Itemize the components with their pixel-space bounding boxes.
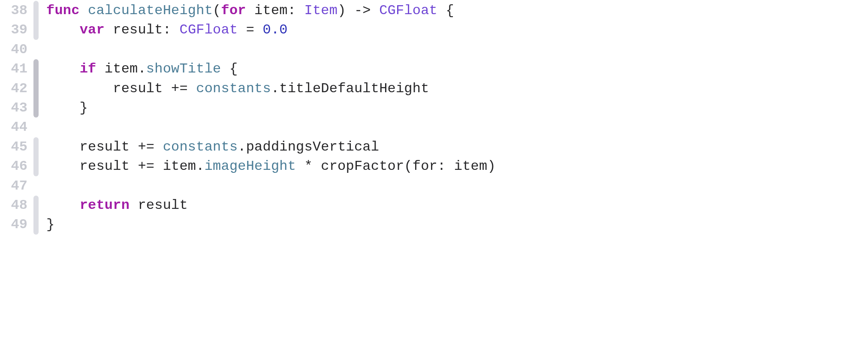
line-number: 45 xyxy=(0,137,33,157)
gutter-change-bar xyxy=(33,176,39,196)
line-number: 49 xyxy=(0,215,33,234)
line-number: 48 xyxy=(0,196,33,215)
code-content[interactable]: } xyxy=(39,98,88,118)
code-content[interactable]: var result: CGFloat = 0.0 xyxy=(39,20,288,39)
code-line[interactable]: 38func calculateHeight(for item: Item) -… xyxy=(0,1,868,20)
code-line[interactable]: 40 xyxy=(0,40,868,59)
code-line[interactable]: 45 result += constants.paddingsVertical xyxy=(0,137,868,157)
gutter-change-bar xyxy=(33,40,39,59)
gutter-change-bar xyxy=(33,215,39,234)
gutter-change-bar xyxy=(33,137,39,157)
line-number: 47 xyxy=(0,176,33,196)
gutter-change-bar xyxy=(33,20,39,39)
line-number: 46 xyxy=(0,157,33,176)
gutter-change-bar xyxy=(33,157,39,176)
gutter-change-bar xyxy=(33,98,39,118)
code-content[interactable]: return result xyxy=(39,196,188,215)
gutter-change-bar xyxy=(33,59,39,78)
code-editor[interactable]: 38func calculateHeight(for item: Item) -… xyxy=(0,1,868,235)
line-number: 41 xyxy=(0,59,33,78)
line-number: 39 xyxy=(0,20,33,39)
code-line[interactable]: 42 result += constants.titleDefaultHeigh… xyxy=(0,79,868,98)
code-content[interactable]: result += item.imageHeight * cropFactor(… xyxy=(39,157,496,176)
code-content[interactable]: func calculateHeight(for item: Item) -> … xyxy=(39,1,454,20)
line-number: 38 xyxy=(0,1,33,20)
gutter-change-bar xyxy=(33,118,39,137)
code-content[interactable]: result += constants.paddingsVertical xyxy=(39,137,379,157)
code-line[interactable]: 49} xyxy=(0,215,868,234)
gutter-change-bar xyxy=(33,79,39,98)
code-line[interactable]: 48 return result xyxy=(0,196,868,215)
code-content[interactable]: result += constants.titleDefaultHeight xyxy=(39,79,429,98)
line-number: 44 xyxy=(0,118,33,137)
line-number: 40 xyxy=(0,40,33,59)
code-line[interactable]: 41 if item.showTitle { xyxy=(0,59,868,78)
line-number: 43 xyxy=(0,98,33,118)
line-number: 42 xyxy=(0,79,33,98)
code-content[interactable]: } xyxy=(39,215,54,234)
code-line[interactable]: 44 xyxy=(0,118,868,137)
code-line[interactable]: 43 } xyxy=(0,98,868,118)
code-line[interactable]: 46 result += item.imageHeight * cropFact… xyxy=(0,157,868,176)
gutter-change-bar xyxy=(33,1,39,20)
code-content[interactable]: if item.showTitle { xyxy=(39,59,238,78)
code-line[interactable]: 39 var result: CGFloat = 0.0 xyxy=(0,20,868,39)
gutter-change-bar xyxy=(33,196,39,215)
code-line[interactable]: 47 xyxy=(0,176,868,196)
